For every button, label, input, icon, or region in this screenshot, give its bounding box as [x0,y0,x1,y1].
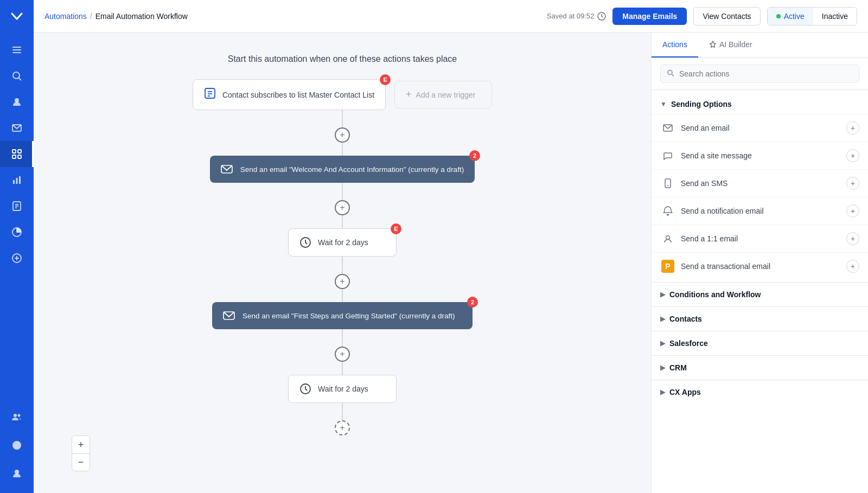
panel-tabs: Actions AI Builder [652,33,868,58]
flow-add-button-1[interactable]: + [335,127,350,143]
sidebar-item-forms[interactable] [0,193,34,219]
action-1-1-email[interactable]: Send a 1:1 email + [652,225,868,252]
chevron-down-icon: ▼ [660,100,667,108]
breadcrumb-separator: / [90,12,92,21]
action-add-notification-btn[interactable]: + [846,204,859,217]
email-node-2[interactable]: Send an email "First Steps and Getting S… [212,302,473,329]
right-panel: Actions AI Builder ▼ Sending Options [651,33,868,493]
canvas-instruction: Start this automation when one of these … [228,54,457,64]
view-contacts-button[interactable]: View Contacts [693,7,760,25]
flow-add-button-5[interactable]: + [335,420,350,436]
saved-at: Saved at 09:52 [547,12,606,21]
trigger-card-main[interactable]: Contact subscribes to list Master Contac… [193,79,386,110]
email-node-1-label: Send an email "Welcome And Account Infor… [240,165,464,174]
active-status-button[interactable]: Active [768,8,813,25]
search-actions-input[interactable] [660,65,859,83]
section-crm[interactable]: ▶ CRM [652,358,868,377]
svg-rect-13 [19,176,21,184]
site-message-icon [660,148,675,163]
action-notification-email[interactable]: Send a notification email + [652,197,868,225]
zoom-in-button[interactable]: + [72,436,90,453]
tab-ai-builder[interactable]: AI Builder [698,33,763,57]
flow-line [342,257,343,274]
inactive-status-button[interactable]: Inactive [813,8,857,25]
sidebar-item-automations[interactable] [0,141,34,167]
flow-line [342,110,343,127]
wait-node-2[interactable]: Wait for 2 days [288,375,397,403]
svg-point-24 [15,470,19,474]
breadcrumb-current: Email Automation Workflow [95,12,188,21]
section-conditions[interactable]: ▶ Conditions and Workflow [652,285,868,304]
search-icon [667,69,674,79]
manage-emails-button[interactable]: Manage Emails [612,8,687,25]
sidebar-item-search[interactable] [0,63,34,89]
sidebar-item-reports[interactable] [0,167,34,193]
transactional-icon: P [660,259,675,274]
sidebar-item-contacts[interactable] [0,89,34,115]
action-send-email[interactable]: Send an email + [652,114,868,142]
email-node-1-badge: 2 [469,150,480,161]
flow-add-button-4[interactable]: + [335,347,350,362]
action-1-1-email-label: Send a 1:1 email [681,234,846,243]
sidebar-item-team[interactable] [0,404,34,430]
trigger-add-card[interactable]: + Add a new trigger [394,81,492,108]
flow-line [342,289,343,302]
action-notification-label: Send a notification email [681,207,846,215]
svg-rect-26 [205,88,215,98]
flow-line [342,215,343,228]
sidebar [0,0,34,493]
action-add-transactional-btn[interactable]: + [846,260,859,273]
action-add-send-email-btn[interactable]: + [846,121,859,135]
svg-rect-9 [12,155,16,158]
flow-connector-5: + [335,403,350,436]
email-node-1[interactable]: Send an email "Welcome And Account Infor… [210,156,475,183]
main: Automations / Email Automation Workflow … [34,0,868,493]
section-salesforce[interactable]: ▶ Salesforce [652,334,868,353]
action-transactional-email[interactable]: P Send a transactional email + [652,252,868,280]
flow-add-button-2[interactable]: + [335,200,350,215]
action-sms-label: Send an SMS [681,179,846,188]
section-sending-options-label: Sending Options [671,100,732,108]
action-transactional-label: Send a transactional email [681,262,846,271]
flow-connector-4: + [335,329,350,375]
section-cx-apps[interactable]: ▶ CX Apps [652,382,868,402]
section-cx-apps-label: CX Apps [669,388,701,396]
section-contacts[interactable]: ▶ Contacts [652,309,868,329]
sidebar-item-analytics[interactable] [0,219,34,245]
svg-point-5 [15,98,19,103]
svg-rect-11 [13,180,15,184]
canvas: Start this automation when one of these … [34,33,651,493]
add-trigger-label: Add a new trigger [416,91,476,99]
flow-add-button-3[interactable]: + [335,274,350,289]
action-add-1-1-email-btn[interactable]: + [846,232,859,245]
action-add-site-message-btn[interactable]: + [846,149,859,162]
svg-point-23 [18,414,21,417]
wait-node-1[interactable]: Wait for 2 days E [288,228,397,257]
panel-search [652,58,868,90]
sidebar-item-add-channel[interactable] [0,245,34,271]
wait-node-1-label: Wait for 2 days [318,238,368,247]
zoom-out-button[interactable]: − [72,453,90,471]
sidebar-item-settings[interactable] [0,432,34,458]
sidebar-logo[interactable] [0,0,34,33]
section-crm-label: CRM [669,363,687,372]
add-trigger-plus-icon: + [406,89,412,100]
sidebar-item-menu[interactable] [0,37,34,63]
action-site-message[interactable]: Send a site message + [652,142,868,169]
sidebar-item-email[interactable] [0,115,34,141]
tab-actions[interactable]: Actions [652,33,698,57]
breadcrumb-automations[interactable]: Automations [44,12,87,21]
canvas-inner: Start this automation when one of these … [66,54,618,436]
trigger-card-label: Contact subscribes to list Master Contac… [222,91,374,99]
chevron-right-icon-cx: ▶ [660,388,665,396]
section-sending-options[interactable]: ▼ Sending Options [652,94,868,114]
action-sms[interactable]: Send an SMS + [652,169,868,197]
svg-rect-8 [18,150,21,153]
flow-connector-1: + [335,110,350,156]
sidebar-item-user[interactable] [0,460,34,486]
wait-node-1-badge: E [391,223,401,234]
action-add-sms-btn[interactable]: + [846,177,859,190]
email-node-2-label: Send an email "First Steps and Getting S… [242,312,455,320]
breadcrumb: Automations / Email Automation Workflow [44,12,540,21]
email-node-2-badge: 2 [467,297,478,308]
